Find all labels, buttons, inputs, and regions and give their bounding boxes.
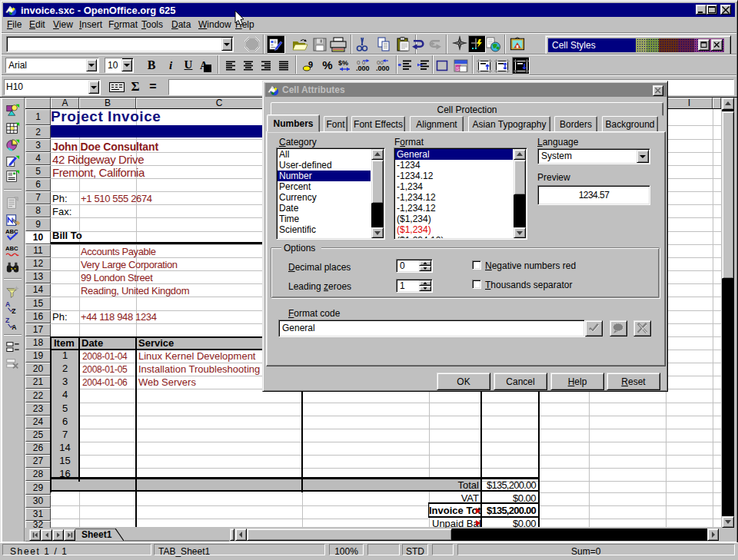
- svg-text:Sheet1: Sheet1: [81, 529, 112, 540]
- svg-text:.000: .000: [356, 65, 370, 72]
- svg-text:$%: $%: [338, 59, 348, 67]
- svg-text:S: S: [456, 66, 460, 71]
- svg-text:ABC: ABC: [5, 245, 18, 252]
- svg-text:9: 9: [308, 60, 313, 69]
- svg-text:Z: Z: [12, 307, 15, 315]
- svg-text:A: A: [5, 300, 10, 308]
- svg-text:.000: .000: [376, 65, 390, 72]
- svg-text:A: A: [200, 60, 208, 71]
- svg-text:A: A: [12, 323, 16, 331]
- svg-text:Z: Z: [5, 316, 9, 324]
